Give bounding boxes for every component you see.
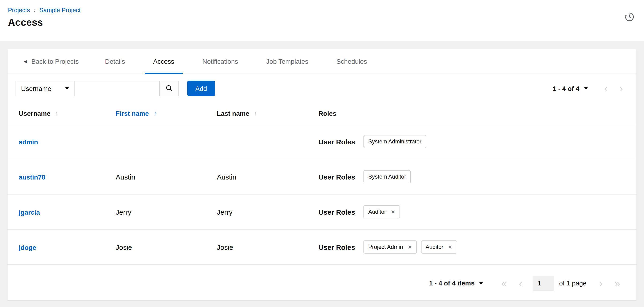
breadcrumb: Projects › Sample Project	[8, 7, 635, 14]
column-label: Username	[19, 109, 50, 117]
table-row: austin78 Austin Austin User Roles System…	[8, 159, 636, 194]
remove-role-icon[interactable]: ✕	[391, 209, 395, 214]
role-chip-label: Auditor	[368, 209, 386, 215]
sort-icon: ↕	[55, 110, 58, 117]
items-summary: 1 - 4 of 4 items	[429, 279, 475, 287]
caret-down-icon	[479, 282, 483, 284]
pagination-footer: 1 - 4 of 4 items « ‹ of 1 page › »	[8, 266, 636, 300]
tab-details[interactable]: Details	[96, 49, 134, 74]
roles-cell: User Roles Project Admin ✕ Auditor ✕	[318, 240, 629, 253]
table-row: jdoge Josie Josie User Roles Project Adm…	[8, 230, 636, 265]
current-page-input[interactable]	[533, 275, 554, 291]
filter-key-select[interactable]: Username	[15, 81, 75, 96]
first-name-cell: Austin	[116, 173, 217, 181]
table-header: Username ↕ First name ↑ Last name ↕ Role…	[8, 103, 636, 124]
column-header-username[interactable]: Username ↕	[19, 109, 116, 117]
tab-label: Access	[153, 58, 174, 65]
sort-ascending-icon: ↑	[154, 109, 157, 117]
tab-back-to-projects[interactable]: ◀ Back to Projects	[17, 49, 85, 74]
role-chip: Auditor ✕	[421, 240, 457, 253]
prev-page-icon[interactable]: ‹	[513, 278, 528, 288]
column-header-roles: Roles	[318, 109, 629, 117]
tab-schedules[interactable]: Schedules	[328, 49, 376, 74]
role-chip-group: System Administrator	[364, 135, 426, 148]
tab-label: Details	[105, 58, 125, 65]
tab-label: Notifications	[202, 58, 238, 65]
role-chip-label: System Administrator	[368, 138, 422, 145]
pagination-summary-dropdown[interactable]: 1 - 4 of 4	[553, 85, 588, 92]
search-input[interactable]	[74, 81, 160, 96]
last-name-cell: Austin	[217, 173, 318, 181]
username-cell: jdoge	[19, 243, 116, 251]
search-button[interactable]	[159, 81, 179, 96]
column-header-last-name[interactable]: Last name ↕	[217, 109, 318, 117]
caret-down-icon	[584, 87, 588, 90]
column-label: First name	[116, 109, 149, 117]
tab-job-templates[interactable]: Job Templates	[258, 49, 317, 74]
remove-role-icon[interactable]: ✕	[408, 244, 412, 250]
search-icon	[166, 85, 172, 92]
add-button[interactable]: Add	[187, 81, 215, 96]
first-page-icon[interactable]: «	[495, 278, 512, 288]
app-root: Projects › Sample Project Access ◀ Back …	[0, 0, 644, 307]
last-page-icon[interactable]: »	[609, 278, 626, 288]
column-label: Last name	[217, 109, 250, 117]
page-title: Access	[8, 17, 635, 28]
tab-label: Back to Projects	[32, 58, 79, 65]
role-chip: Auditor ✕	[364, 205, 400, 218]
username-link[interactable]: jdoge	[19, 243, 36, 251]
breadcrumb-link-sample-project[interactable]: Sample Project	[39, 7, 80, 14]
first-name-cell: Josie	[116, 243, 217, 251]
roles-label: User Roles	[318, 243, 355, 251]
role-chip: Project Admin ✕	[364, 240, 417, 253]
username-cell: austin78	[19, 173, 116, 181]
username-cell: jgarcia	[19, 208, 116, 216]
role-chip: System Administrator	[364, 135, 426, 148]
username-link[interactable]: admin	[19, 138, 38, 146]
username-link[interactable]: austin78	[19, 173, 46, 181]
username-cell: admin	[19, 138, 116, 146]
pagination-summary: 1 - 4 of 4	[553, 85, 579, 92]
tab-label: Schedules	[336, 58, 367, 65]
column-header-first-name[interactable]: First name ↑	[116, 109, 217, 117]
roles-cell: User Roles Auditor ✕	[318, 205, 629, 218]
role-chip-label: Auditor	[426, 244, 443, 250]
tab-access[interactable]: Access	[145, 49, 183, 74]
remove-role-icon[interactable]: ✕	[448, 244, 452, 250]
page-header: Projects › Sample Project Access	[0, 0, 644, 41]
username-link[interactable]: jgarcia	[19, 208, 40, 216]
roles-cell: User Roles System Administrator	[318, 135, 629, 148]
caret-left-icon: ◀	[24, 59, 27, 64]
toolbar-pagination: 1 - 4 of 4 ‹ ›	[553, 83, 629, 93]
role-chip-label: Project Admin	[368, 244, 403, 250]
tab-notifications[interactable]: Notifications	[194, 49, 246, 74]
next-page-icon[interactable]: ›	[614, 83, 629, 93]
role-chip-group: Project Admin ✕ Auditor ✕	[364, 240, 457, 253]
filter-key-value: Username	[21, 85, 51, 92]
tab-bar: ◀ Back to Projects Details Access Notifi…	[8, 49, 636, 74]
items-per-page-dropdown[interactable]: 1 - 4 of 4 items	[429, 279, 483, 287]
last-name-cell: Josie	[217, 243, 318, 251]
table-body: admin User Roles System Administrator	[8, 124, 636, 265]
toolbar: Username Add 1 - 4 of 4 ‹	[8, 74, 636, 103]
breadcrumb-link-projects[interactable]: Projects	[8, 7, 30, 14]
first-name-cell: Jerry	[116, 208, 217, 216]
roles-label: User Roles	[318, 208, 355, 216]
breadcrumb-separator-icon: ›	[34, 7, 36, 13]
role-chip: System Auditor	[364, 170, 411, 183]
roles-cell: User Roles System Auditor	[318, 170, 629, 183]
roles-label: User Roles	[318, 138, 355, 146]
role-chip-group: Auditor ✕	[364, 205, 400, 218]
history-icon	[624, 12, 635, 22]
prev-page-icon[interactable]: ‹	[598, 83, 614, 93]
column-label: Roles	[318, 109, 336, 117]
sort-icon: ↕	[254, 110, 257, 117]
caret-down-icon	[65, 87, 69, 90]
role-chip-label: System Auditor	[368, 173, 406, 180]
activity-stream-button[interactable]	[624, 12, 635, 22]
page-count-label: of 1 page	[559, 279, 587, 287]
roles-label: User Roles	[318, 173, 355, 181]
next-page-icon[interactable]: ›	[593, 278, 609, 288]
access-card: ◀ Back to Projects Details Access Notifi…	[8, 49, 636, 300]
table-row: jgarcia Jerry Jerry User Roles Auditor ✕	[8, 194, 636, 230]
